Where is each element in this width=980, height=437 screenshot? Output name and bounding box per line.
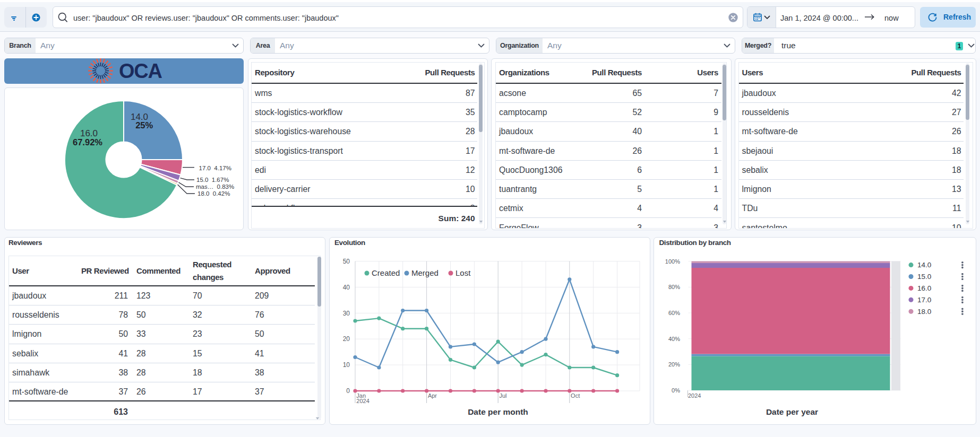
svg-text:10: 10 — [343, 361, 350, 369]
svg-text:Jul: Jul — [500, 392, 507, 399]
svg-text:25%: 25% — [135, 120, 153, 130]
svg-text:mas… 0.83%: mas… 0.83% — [196, 183, 234, 190]
svg-text:Created: Created — [372, 268, 400, 277]
svg-text:2024: 2024 — [688, 392, 701, 399]
svg-text:50: 50 — [343, 258, 350, 265]
svg-text:67.92%: 67.92% — [73, 137, 102, 147]
svg-text:2024: 2024 — [356, 398, 369, 404]
svg-text:18.0 0.42%: 18.0 0.42% — [197, 190, 230, 197]
svg-text:80%: 80% — [668, 284, 680, 290]
svg-text:60%: 60% — [668, 310, 680, 316]
svg-text:Merged: Merged — [411, 268, 439, 277]
svg-text:0: 0 — [346, 387, 350, 395]
svg-text:14.0: 14.0 — [917, 261, 931, 269]
svg-text:15.0: 15.0 — [917, 273, 931, 281]
svg-text:Date per month: Date per month — [468, 407, 528, 416]
svg-text:Lost: Lost — [455, 268, 471, 277]
svg-text:40%: 40% — [668, 336, 680, 342]
svg-text:17.0 4.17%: 17.0 4.17% — [199, 165, 231, 171]
svg-text:100%: 100% — [665, 258, 680, 265]
svg-text:16.0: 16.0 — [917, 284, 931, 292]
svg-text:20%: 20% — [668, 361, 680, 368]
svg-text:0%: 0% — [672, 387, 680, 394]
svg-text:18.0: 18.0 — [917, 308, 931, 316]
svg-text:15.0 1.67%: 15.0 1.67% — [196, 177, 229, 183]
svg-text:17.0: 17.0 — [917, 296, 931, 304]
svg-text:20: 20 — [343, 335, 350, 343]
svg-text:30: 30 — [343, 310, 350, 317]
svg-text:Apr: Apr — [428, 392, 437, 399]
svg-text:Oct: Oct — [571, 392, 580, 399]
svg-text:Date per year: Date per year — [766, 407, 818, 416]
svg-text:40: 40 — [343, 284, 350, 291]
